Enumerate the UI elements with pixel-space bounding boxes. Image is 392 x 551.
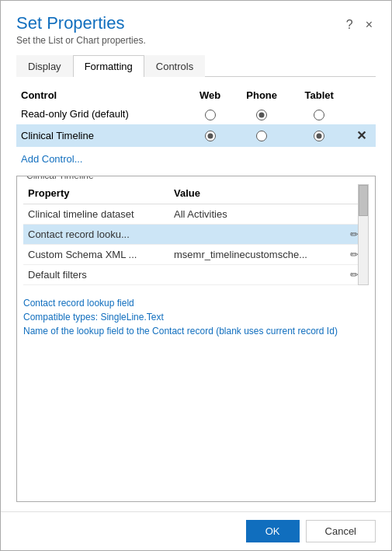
property-row[interactable]: Clinical timeline dataset All Activities [23,204,369,224]
tab-display[interactable]: Display [16,55,73,77]
table-row[interactable]: Clinical Timeline ✕ [16,124,376,147]
tabs-bar: Display Formatting Controls [16,55,376,77]
dialog-title: Set Properties [16,13,146,33]
description-line-1: Contact record lookup field [23,296,369,310]
radio-row1-phone[interactable] [256,131,267,141]
header-title-area: Set Properties Set the List or Chart pro… [16,13,146,46]
add-control-link[interactable]: Add Control... [21,153,371,165]
col-tablet: Tablet [291,86,347,104]
delete-row-icon[interactable]: ✕ [356,129,366,142]
radio-row1-web[interactable] [205,131,216,141]
col-web: Web [188,86,232,104]
table-row[interactable]: Read-only Grid (default) [16,104,376,124]
radio-row0-web[interactable] [205,110,216,120]
description-box: Contact record lookup field Compatible t… [23,293,369,341]
radio-row0-phone[interactable] [256,110,267,120]
fieldset-legend: Clinical Timeline [23,176,375,181]
dialog-subtitle: Set the List or Chart properties. [16,35,146,46]
col-property: Property [23,184,169,204]
col-phone: Phone [232,86,291,104]
radio-row1-tablet[interactable] [314,131,324,141]
fieldset-inner: Property Value Clinical timeline dataset… [17,184,375,501]
scrollbar[interactable] [358,184,369,285]
dialog-footer: OK Cancel [1,511,391,550]
col-control: Control [16,86,188,104]
tab-controls[interactable]: Controls [144,55,205,77]
description-line-3: Name of the lookup field to the Contact … [23,324,369,338]
clinical-timeline-fieldset: Clinical Timeline Property Value [16,176,376,502]
header-actions: ? × [343,16,376,33]
property-row[interactable]: Default filters ✏ [23,264,369,284]
controls-table: Control Web Phone Tablet Read-only Grid … [16,86,376,147]
property-row[interactable]: Contact record looku... ✏ [23,224,369,244]
help-button[interactable]: ? [343,16,356,33]
property-table: Property Value Clinical timeline dataset… [23,184,369,285]
property-row[interactable]: Custom Schema XML ... msemr_timelinecust… [23,244,369,264]
description-line-2: Compatible types: SingleLine.Text [23,310,369,324]
ok-button[interactable]: OK [246,520,300,542]
set-properties-dialog: Set Properties Set the List or Chart pro… [0,0,392,551]
property-scroll-area: Property Value Clinical timeline dataset… [23,184,369,285]
scrollbar-thumb[interactable] [359,185,368,216]
dialog-header: Set Properties Set the List or Chart pro… [1,1,391,52]
tab-formatting[interactable]: Formatting [73,55,144,77]
dialog-content: Control Web Phone Tablet Read-only Grid … [1,77,391,511]
col-value: Value [169,184,345,204]
cancel-button[interactable]: Cancel [306,520,376,542]
close-button[interactable]: × [363,16,376,33]
scrollbar-track [358,184,369,285]
radio-row0-tablet[interactable] [314,110,324,120]
